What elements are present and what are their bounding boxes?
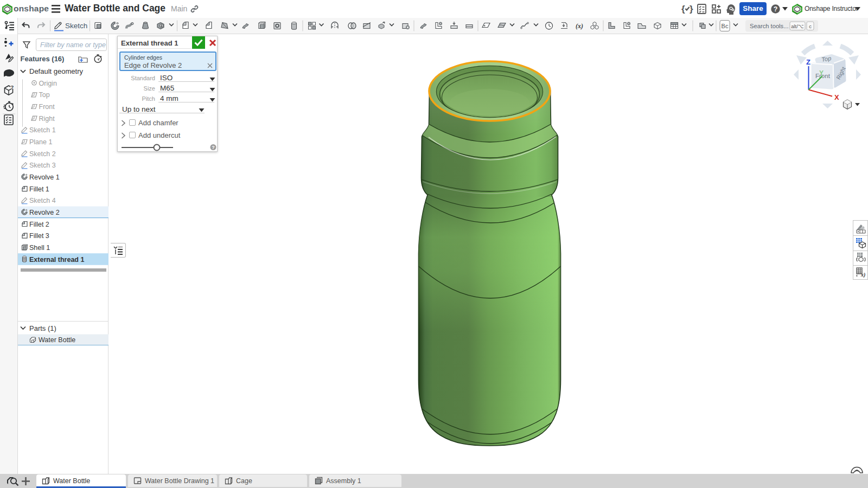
svg-text:Top: Top: [39, 91, 50, 99]
svg-text:Revolve 2: Revolve 2: [29, 209, 60, 216]
svg-text:?: ?: [212, 145, 215, 150]
svg-text:?: ?: [774, 5, 778, 13]
svg-text:Features (16): Features (16): [21, 55, 65, 63]
svg-text:c: c: [809, 23, 812, 29]
svg-text:Filter by name or type: Filter by name or type: [40, 41, 106, 49]
svg-text:Plane 1: Plane 1: [29, 138, 52, 146]
svg-text:Revolve 1: Revolve 1: [29, 174, 60, 181]
svg-text:Fillet 3: Fillet 3: [29, 232, 49, 240]
svg-text:Origin: Origin: [39, 80, 57, 87]
svg-text:?: ?: [11, 84, 14, 90]
svg-text:Parts (1): Parts (1): [29, 324, 56, 332]
svg-text:Fillet 1: Fillet 1: [29, 185, 49, 193]
svg-text:Shell 1: Shell 1: [29, 244, 50, 252]
svg-text:}: }: [690, 4, 693, 14]
svg-text:Water Bottle: Water Bottle: [39, 336, 75, 344]
svg-text:alt/⌥: alt/⌥: [791, 23, 804, 29]
svg-text:Sketch 1: Sketch 1: [29, 126, 56, 134]
svg-text:Right: Right: [39, 115, 55, 123]
svg-text:External thread 1: External thread 1: [29, 256, 84, 264]
svg-text:Fillet 2: Fillet 2: [29, 221, 49, 228]
svg-text:Front: Front: [39, 103, 55, 111]
svg-text:x): x): [860, 272, 865, 278]
svg-text:Z: Z: [806, 58, 810, 66]
svg-text:Bc: Bc: [722, 23, 729, 29]
svg-text:Sketch 4: Sketch 4: [29, 197, 56, 204]
svg-text:Sketch 2: Sketch 2: [29, 150, 56, 158]
svg-text:Y: Y: [819, 69, 824, 77]
svg-text:X: X: [834, 93, 839, 101]
svg-text:Search tools...: Search tools...: [750, 23, 789, 29]
svg-text:Sketch 3: Sketch 3: [29, 162, 56, 169]
svg-text:Sketch: Sketch: [65, 22, 87, 30]
svg-text:{: {: [681, 4, 685, 14]
svg-text:Default geometry: Default geometry: [29, 67, 83, 75]
